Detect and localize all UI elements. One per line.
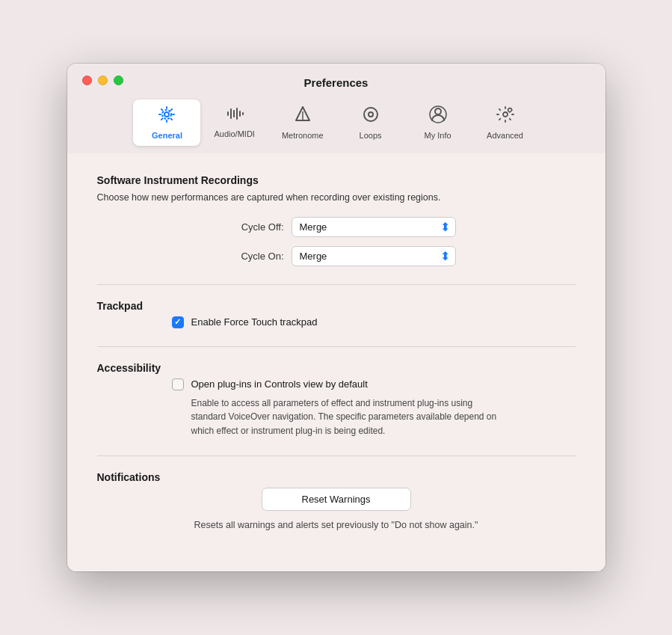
notifications-title: Notifications	[97, 471, 576, 483]
tab-metronome[interactable]: Metronome	[268, 99, 337, 146]
cycle-on-label: Cycle On:	[217, 251, 284, 262]
loops-icon	[362, 105, 380, 128]
svg-point-0	[164, 112, 169, 117]
svg-rect-2	[227, 111, 229, 116]
controls-view-checkbox[interactable]	[172, 378, 184, 390]
cycle-on-select-wrapper: Merge Replace Create Takes ⬍	[292, 246, 456, 266]
metronome-icon	[295, 105, 311, 128]
tab-general-label: General	[152, 131, 182, 140]
tab-my-info-label: My Info	[424, 131, 451, 140]
tab-loops[interactable]: Loops	[337, 99, 404, 146]
general-icon	[158, 105, 176, 128]
divider-1	[97, 284, 576, 285]
section-accessibility: Accessibility Open plug-ins in Controls …	[97, 362, 576, 438]
reset-button-row: Reset Warnings	[97, 488, 576, 511]
tab-metronome-label: Metronome	[282, 131, 324, 140]
software-instrument-desc: Choose how new performances are captured…	[97, 191, 576, 205]
tab-loops-label: Loops	[360, 131, 382, 140]
cycle-off-select[interactable]: Merge Replace Create Takes	[292, 217, 456, 237]
svg-point-10	[364, 108, 377, 121]
tabs-bar: General Audio/MIDI	[133, 99, 538, 153]
divider-2	[97, 346, 576, 347]
svg-point-11	[369, 112, 373, 117]
tab-advanced[interactable]: Advanced	[472, 99, 539, 146]
cycle-off-label: Cycle Off:	[217, 221, 284, 233]
tab-audio-midi-label: Audio/MIDI	[214, 129, 254, 138]
notifications-desc: Resets all warnings and alerts set previ…	[97, 518, 576, 533]
accessibility-desc: Enable to access all parameters of effec…	[191, 396, 505, 438]
svg-point-1	[162, 110, 171, 119]
svg-point-14	[503, 112, 508, 117]
cycle-off-select-wrapper: Merge Replace Create Takes ⬍	[292, 217, 456, 237]
cycle-on-select[interactable]: Merge Replace Create Takes	[292, 246, 456, 266]
svg-rect-5	[236, 108, 238, 120]
reset-warnings-button[interactable]: Reset Warnings	[262, 488, 411, 511]
section-software-instrument: Software Instrument Recordings Choose ho…	[97, 174, 576, 266]
controls-view-label: Open plug-ins in Controls view by defaul…	[191, 378, 368, 390]
section-notifications: Notifications Reset Warnings Resets all …	[97, 471, 576, 533]
force-touch-checkbox[interactable]	[172, 316, 184, 328]
title-bar: Preferences General	[67, 64, 605, 153]
my-info-icon	[429, 105, 447, 128]
maximize-button[interactable]	[114, 76, 123, 85]
svg-rect-6	[239, 111, 241, 117]
section-trackpad: Trackpad Enable Force Touch trackpad	[97, 300, 576, 328]
cycle-on-row: Cycle On: Merge Replace Create Takes ⬍	[97, 246, 576, 266]
minimize-button[interactable]	[98, 76, 108, 85]
svg-point-12	[435, 108, 441, 114]
accessibility-checkbox-row: Open plug-ins in Controls view by defaul…	[172, 378, 576, 390]
advanced-icon	[496, 105, 515, 128]
tab-advanced-label: Advanced	[487, 131, 523, 140]
svg-rect-4	[233, 110, 235, 117]
tab-my-info[interactable]: My Info	[404, 99, 472, 146]
accessibility-title: Accessibility	[97, 362, 576, 374]
close-button[interactable]	[82, 76, 92, 85]
svg-rect-3	[230, 108, 232, 119]
tab-audio-midi[interactable]: Audio/MIDI	[200, 99, 268, 146]
tab-general[interactable]: General	[133, 99, 200, 146]
software-instrument-title: Software Instrument Recordings	[97, 174, 576, 186]
force-touch-label: Enable Force Touch trackpad	[191, 316, 318, 328]
traffic-lights	[82, 76, 123, 85]
window-title: Preferences	[304, 76, 369, 89]
trackpad-title: Trackpad	[97, 300, 576, 312]
trackpad-checkbox-row: Enable Force Touch trackpad	[172, 316, 576, 328]
divider-3	[97, 455, 576, 456]
audio-midi-icon	[226, 105, 244, 126]
svg-rect-7	[242, 112, 244, 115]
content-area: Software Instrument Recordings Choose ho…	[67, 153, 605, 571]
preferences-window: Preferences General	[67, 64, 605, 571]
cycle-off-row: Cycle Off: Merge Replace Create Takes ⬍	[97, 217, 576, 237]
accessibility-block: Open plug-ins in Controls view by defaul…	[172, 378, 576, 438]
